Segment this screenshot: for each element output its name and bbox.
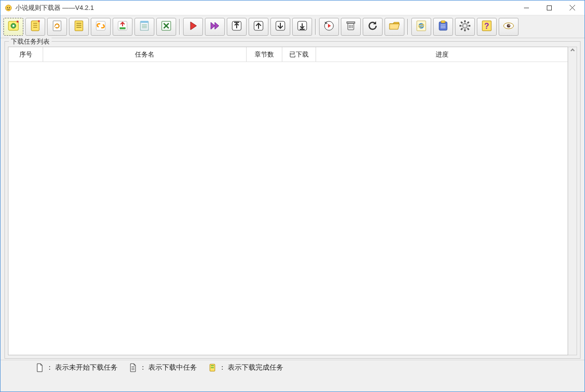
ie-button[interactable] [411,18,431,36]
maximize-button[interactable] [538,0,561,15]
svg-rect-36 [347,22,355,23]
ie-icon [415,19,428,34]
svg-line-56 [467,22,469,23]
notebook-yellow-button[interactable] [25,18,45,36]
svg-rect-14 [53,21,61,31]
svg-rect-44 [441,21,445,23]
play-icon [187,19,199,34]
close-button[interactable] [561,0,584,15]
svg-point-9 [12,25,14,27]
arrow-down-box-icon [296,19,309,34]
link-button[interactable] [91,18,111,36]
col-downloaded[interactable]: 已下载 [282,47,316,62]
doc-lines-icon [129,363,137,372]
notebook-yellow-icon [29,19,42,34]
replay-icon [323,19,335,34]
settings-green-button[interactable] [3,18,23,36]
settings-green-icon [7,19,20,34]
fast-forward-button[interactable] [205,18,225,36]
svg-line-55 [467,28,469,30]
svg-point-1 [7,7,8,8]
svg-rect-23 [140,21,148,23]
svg-rect-21 [120,27,126,29]
col-index[interactable]: 序号 [8,47,43,62]
clipboard-icon [437,19,450,34]
eye-icon [502,19,515,34]
link-icon [94,19,107,34]
minimize-button[interactable] [515,0,538,15]
folder-open-button[interactable] [385,18,404,36]
arrow-down-icon [274,19,287,34]
task-table[interactable]: 序号 任务名 章节数 已下载 进度 [8,47,568,355]
refresh-doc-button[interactable] [47,18,67,36]
table-header: 序号 任务名 章节数 已下载 进度 [8,47,568,62]
svg-rect-4 [547,5,552,10]
folder-open-icon [388,19,401,34]
svg-line-57 [461,28,462,30]
arrow-down-box-button[interactable] [292,18,312,36]
arrow-up-box-icon [230,19,243,34]
toolbar: ? [0,15,585,38]
svg-rect-68 [211,367,214,368]
svg-point-62 [509,25,510,26]
notepad-icon [138,19,151,34]
task-list-group: 下载任务列表 序号 任务名 章节数 已下载 进度 [4,41,581,359]
refresh-doc-icon [51,19,64,34]
reload-icon [366,19,379,34]
excel-button[interactable] [156,18,176,36]
scroll-up-icon [570,49,574,53]
gear-button[interactable] [455,18,475,36]
svg-text:?: ? [484,22,489,30]
clipboard-button[interactable] [433,18,453,36]
status-not-started: ： 表示未开始下载任务 [35,363,118,372]
arrow-up-icon [252,19,265,34]
trash-icon [344,19,357,34]
list-doc-icon [72,19,85,34]
group-label: 下载任务列表 [9,37,52,46]
arrow-up-box-button[interactable] [227,18,247,36]
reload-button[interactable] [363,18,383,36]
svg-rect-15 [75,21,83,31]
list-doc-button[interactable] [69,18,89,36]
svg-line-54 [461,22,462,23]
import-button[interactable] [113,18,132,36]
svg-point-49 [464,25,466,27]
col-name[interactable]: 任务名 [43,47,247,62]
arrow-down-button[interactable] [270,18,290,36]
app-icon [4,4,12,12]
window-title: 小说规则下载器 ——V4.2.1 [15,3,94,12]
status-not-started-label: 表示未开始下载任务 [55,363,118,372]
svg-point-2 [9,7,10,8]
svg-point-0 [5,5,11,11]
svg-rect-67 [211,365,214,366]
play-button[interactable] [183,18,203,36]
arrow-up-button[interactable] [249,18,268,36]
vertical-scrollbar[interactable] [568,47,577,355]
fast-forward-icon [208,19,221,34]
toolbar-separator [179,19,180,35]
gear-icon [458,19,471,34]
svg-rect-10 [31,21,39,31]
eye-button[interactable] [499,18,519,36]
col-chapters[interactable]: 章节数 [247,47,282,62]
status-bar: ： 表示未开始下载任务 ： 表示下载中任务 ： 表示下载完成任务 [0,360,585,375]
toolbar-separator [315,19,316,35]
toolbar-separator [407,19,408,35]
status-in-progress-label: 表示下载中任务 [148,363,197,372]
svg-point-61 [507,24,511,28]
status-completed: ： 表示下载完成任务 [208,363,283,372]
doc-empty-icon [35,363,44,372]
trash-button[interactable] [341,18,361,36]
col-progress[interactable]: 进度 [316,47,568,62]
status-completed-label: 表示下载完成任务 [228,363,283,372]
titlebar: 小说规则下载器 ——V4.2.1 [0,0,585,15]
help-button[interactable]: ? [477,18,497,36]
excel-icon [160,19,173,34]
import-icon [116,19,129,34]
replay-button[interactable] [319,18,339,36]
help-icon: ? [480,19,493,34]
doc-done-icon [208,363,217,372]
status-in-progress: ： 表示下载中任务 [129,363,197,372]
notepad-button[interactable] [134,18,154,36]
